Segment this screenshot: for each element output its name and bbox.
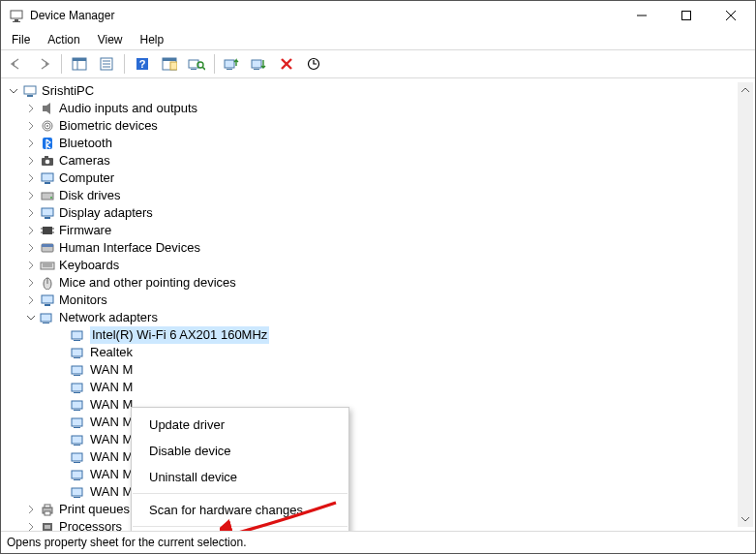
svg-point-38 bbox=[45, 160, 50, 165]
chevron-right-icon[interactable] bbox=[24, 189, 38, 202]
svg-rect-8 bbox=[73, 58, 86, 61]
tree-category[interactable]: Keyboards bbox=[7, 257, 755, 274]
tree-category[interactable]: Disk drives bbox=[7, 187, 755, 204]
ctx-scan-hardware[interactable]: Scan for hardware changes bbox=[132, 497, 348, 523]
svg-rect-30 bbox=[24, 86, 36, 94]
tree-category[interactable]: Firmware bbox=[7, 222, 755, 239]
forward-button[interactable] bbox=[32, 52, 55, 76]
tree-category[interactable]: Computer bbox=[7, 169, 755, 187]
help-button[interactable]: ? bbox=[131, 52, 154, 76]
menu-view[interactable]: View bbox=[90, 31, 131, 48]
device-label: WAN M bbox=[90, 379, 133, 396]
back-button[interactable] bbox=[5, 52, 28, 76]
device-label: WAN M bbox=[90, 448, 133, 466]
toolbar: ? bbox=[1, 50, 755, 78]
chevron-right-icon[interactable] bbox=[24, 520, 38, 531]
tree-device[interactable]: WAN Miniport (PPTP) bbox=[7, 466, 755, 483]
fingerprint-icon bbox=[40, 118, 55, 134]
status-text: Opens property sheet for the current sel… bbox=[7, 536, 246, 549]
chevron-right-icon[interactable] bbox=[24, 241, 38, 255]
maximize-button[interactable] bbox=[664, 1, 709, 30]
show-hide-console-tree-button[interactable] bbox=[68, 52, 91, 76]
tree-category-network[interactable]: Network adapters bbox=[7, 309, 755, 326]
scroll-down-icon[interactable] bbox=[738, 511, 753, 527]
disable-device-button[interactable] bbox=[248, 52, 271, 76]
tree-device[interactable]: WAN M bbox=[7, 431, 755, 448]
network-adapter-icon bbox=[71, 380, 86, 395]
device-tree[interactable]: SrishtiPC Audio inputs and outputsBiomet… bbox=[7, 82, 755, 531]
chevron-right-icon[interactable] bbox=[24, 154, 38, 168]
uninstall-device-button[interactable] bbox=[275, 52, 298, 76]
chevron-right-icon[interactable] bbox=[24, 119, 38, 133]
svg-rect-83 bbox=[45, 505, 50, 508]
ctx-properties[interactable]: Properties bbox=[132, 530, 348, 531]
tree-content-area: SrishtiPC Audio inputs and outputsBiomet… bbox=[1, 78, 755, 531]
category-label: Processors bbox=[59, 518, 122, 531]
app-icon bbox=[9, 8, 24, 23]
chevron-right-icon[interactable] bbox=[24, 137, 38, 150]
tree-category[interactable]: Bluetooth bbox=[7, 135, 755, 152]
tree-device[interactable]: Intel(R) Wi-Fi 6 AX201 160MHz bbox=[7, 326, 755, 344]
tree-device[interactable]: WAN M bbox=[7, 379, 755, 396]
close-button[interactable] bbox=[709, 1, 753, 30]
tree-device[interactable]: WAN M bbox=[7, 361, 755, 379]
hid-icon bbox=[40, 240, 55, 256]
category-label: Human Interface Devices bbox=[59, 239, 200, 257]
network-adapter-icon bbox=[40, 310, 55, 325]
ctx-uninstall-device[interactable]: Uninstall device bbox=[132, 464, 348, 490]
svg-rect-78 bbox=[72, 471, 82, 478]
chevron-right-icon[interactable] bbox=[24, 224, 38, 237]
network-adapter-icon bbox=[71, 449, 86, 465]
tree-category[interactable]: Audio inputs and outputs bbox=[7, 100, 755, 117]
tree-category[interactable]: Processors bbox=[7, 518, 755, 531]
tree-device[interactable]: Realtek bbox=[7, 344, 755, 361]
device-label: WAN M bbox=[90, 361, 133, 379]
menu-action[interactable]: Action bbox=[40, 31, 87, 48]
chevron-right-icon[interactable] bbox=[24, 259, 38, 272]
vertical-scrollbar[interactable] bbox=[738, 82, 753, 527]
chevron-right-icon[interactable] bbox=[24, 503, 38, 516]
svg-rect-44 bbox=[42, 208, 53, 216]
svg-rect-32 bbox=[43, 106, 46, 111]
menu-bar: File Action View Help bbox=[1, 30, 755, 50]
properties-button[interactable] bbox=[95, 52, 118, 76]
menu-help[interactable]: Help bbox=[133, 31, 172, 48]
scroll-up-icon[interactable] bbox=[738, 82, 753, 98]
scan-hardware-button[interactable] bbox=[185, 52, 208, 76]
device-manager-window: Device Manager File Action View Help ? bbox=[0, 0, 756, 554]
tree-device[interactable]: WAN M bbox=[7, 396, 755, 414]
tree-category[interactable]: Biometric devices bbox=[7, 117, 755, 135]
ctx-disable-device[interactable]: Disable device bbox=[132, 438, 348, 464]
ctx-update-driver[interactable]: Update driver bbox=[132, 412, 348, 438]
tree-category[interactable]: Cameras bbox=[7, 152, 755, 169]
svg-rect-81 bbox=[74, 497, 80, 498]
tree-device[interactable]: WAN M bbox=[7, 448, 755, 466]
tree-device[interactable]: WAN M bbox=[7, 414, 755, 431]
category-label: Print queues bbox=[59, 501, 130, 518]
category-label: Bluetooth bbox=[59, 135, 112, 152]
chevron-right-icon[interactable] bbox=[24, 293, 38, 307]
tree-category[interactable]: Display adapters bbox=[7, 204, 755, 222]
tree-root[interactable]: SrishtiPC bbox=[7, 82, 755, 100]
minimize-button[interactable] bbox=[620, 1, 664, 30]
menu-file[interactable]: File bbox=[4, 31, 38, 48]
tree-device[interactable]: WAN Miniport (SSTP) bbox=[7, 483, 755, 501]
chevron-right-icon[interactable] bbox=[24, 171, 38, 185]
chevron-right-icon[interactable] bbox=[24, 276, 38, 290]
action-button[interactable] bbox=[158, 52, 181, 76]
chevron-right-icon[interactable] bbox=[24, 102, 38, 115]
svg-rect-69 bbox=[74, 392, 80, 393]
tree-category[interactable]: Monitors bbox=[7, 292, 755, 309]
tree-category[interactable]: Human Interface Devices bbox=[7, 239, 755, 257]
tree-category[interactable]: Mice and other pointing devices bbox=[7, 274, 755, 292]
chevron-right-icon[interactable] bbox=[24, 206, 38, 220]
monitor-icon bbox=[40, 170, 55, 186]
chevron-down-icon[interactable] bbox=[7, 84, 20, 98]
network-adapter-icon bbox=[71, 327, 86, 343]
svg-rect-36 bbox=[43, 138, 52, 149]
tree-category[interactable]: Print queues bbox=[7, 501, 755, 518]
svg-rect-75 bbox=[74, 445, 80, 446]
chevron-down-icon[interactable] bbox=[24, 311, 38, 324]
update-driver-button[interactable] bbox=[221, 52, 244, 76]
refresh-button[interactable] bbox=[302, 52, 325, 76]
